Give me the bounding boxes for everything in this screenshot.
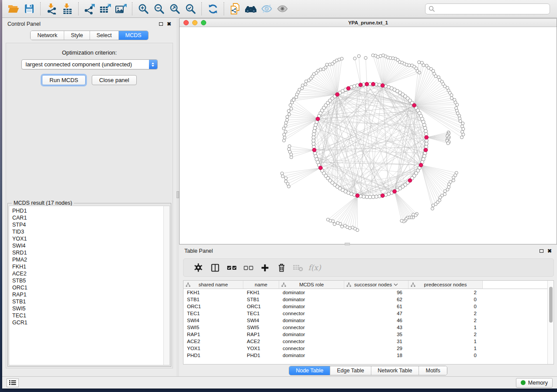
- tab-select[interactable]: Select: [90, 31, 118, 40]
- copy-network-icon[interactable]: [227, 2, 243, 16]
- mcds-result-item[interactable]: STP4: [9, 221, 163, 228]
- first-neighbors-icon[interactable]: [243, 2, 259, 16]
- export-table-icon[interactable]: [97, 2, 113, 16]
- add-column-icon[interactable]: [256, 261, 273, 275]
- mcds-list-scrollbar[interactable]: [163, 206, 170, 365]
- close-table-panel-icon[interactable]: ✖: [547, 248, 552, 254]
- zoom-out-icon[interactable]: [151, 2, 167, 16]
- float-panel-icon[interactable]: [159, 22, 163, 26]
- memory-button[interactable]: Memory: [516, 378, 553, 388]
- column-header-predecessor-nodes[interactable]: predecessor nodes: [408, 281, 483, 289]
- table-cell: SWI5: [183, 325, 243, 330]
- tab-node-table[interactable]: Node Table: [289, 366, 330, 375]
- delete-column-trash-icon[interactable]: [273, 261, 290, 275]
- export-network-icon[interactable]: [82, 2, 97, 16]
- open-file-icon[interactable]: [6, 2, 21, 16]
- hide-selected-icon[interactable]: [259, 2, 274, 16]
- mcds-result-item[interactable]: PMA2: [9, 256, 163, 263]
- run-mcds-button[interactable]: Run MCDS: [42, 75, 86, 85]
- table-row[interactable]: PHD1PHD1dominator180: [183, 352, 547, 359]
- mcds-result-item[interactable]: STB5: [9, 277, 163, 284]
- toolbar-separator: [201, 2, 202, 15]
- table-cell: dominator: [279, 297, 344, 302]
- table-cell: 47: [344, 311, 408, 316]
- save-session-icon[interactable]: [21, 2, 37, 16]
- mcds-result-item[interactable]: PHD1: [9, 207, 163, 214]
- desktop-wallpaper: Control Panel ✖ Network Style Select MCD…: [0, 0, 557, 392]
- close-panel-icon[interactable]: ✖: [167, 21, 171, 27]
- tab-network[interactable]: Network: [31, 31, 64, 40]
- attribute-type-icon: [186, 282, 190, 287]
- mcds-result-item[interactable]: ACE2: [9, 270, 163, 277]
- zoom-fit-icon[interactable]: [167, 2, 183, 16]
- mcds-result-item[interactable]: CAR1: [9, 214, 163, 221]
- mcds-result-item[interactable]: TID3: [9, 228, 163, 235]
- toolbar-separator: [40, 2, 41, 15]
- optimization-criterion-select[interactable]: largest connected component (undirected): [21, 59, 158, 69]
- tab-style[interactable]: Style: [64, 31, 90, 40]
- table-row[interactable]: RAP1RAP1dominator352: [183, 331, 547, 338]
- mcds-result-item[interactable]: ORC1: [9, 284, 163, 291]
- table-cell: FKH1: [243, 290, 279, 295]
- table-row[interactable]: STB1STB1dominator620: [183, 296, 547, 303]
- select-all-rows-icon[interactable]: [223, 261, 240, 275]
- mcds-result-item[interactable]: SWI4: [9, 242, 163, 249]
- table-row[interactable]: SWI4SWI4dominator462: [183, 317, 547, 324]
- tab-network-table[interactable]: Network Table: [371, 366, 419, 375]
- table-row[interactable]: ACE2ACE2connector311: [183, 338, 547, 345]
- mcds-result-item[interactable]: SRD1: [9, 249, 163, 256]
- tab-edge-table[interactable]: Edge Table: [330, 366, 370, 375]
- search-icon: [429, 6, 435, 12]
- table-cell: YOX1: [183, 346, 243, 351]
- table-row[interactable]: SWI5SWI5connector431: [183, 324, 547, 331]
- zoom-selected-icon[interactable]: [183, 2, 198, 16]
- close-panel-button[interactable]: Close panel: [92, 75, 137, 85]
- table-cell: 1: [408, 339, 483, 344]
- refresh-icon[interactable]: [205, 2, 221, 16]
- import-network-icon[interactable]: [44, 2, 59, 16]
- show-columns-icon[interactable]: [207, 261, 223, 275]
- attribute-type-icon: [346, 282, 351, 287]
- table-row[interactable]: YOX1YOX1connector291: [183, 345, 547, 352]
- mcds-result-item[interactable]: RAP1: [9, 291, 163, 298]
- mcds-result-item[interactable]: STB1: [9, 298, 163, 305]
- network-graph[interactable]: [180, 27, 557, 244]
- table-cell: 2: [408, 318, 483, 323]
- mcds-result-item[interactable]: SWI5: [9, 305, 163, 312]
- mcds-result-item[interactable]: GCR1: [9, 319, 163, 326]
- function-builder-icon[interactable]: f(x): [306, 261, 323, 275]
- mcds-result-item[interactable]: FKH1: [9, 263, 163, 270]
- tab-motifs[interactable]: Motifs: [419, 366, 446, 375]
- table-cell: SWI4: [243, 318, 279, 323]
- show-all-icon[interactable]: [274, 2, 290, 16]
- column-header-name[interactable]: name: [243, 281, 279, 289]
- network-view-canvas[interactable]: [180, 27, 557, 244]
- table-row[interactable]: TEC1TEC1connector472: [183, 310, 547, 317]
- table-cell: ACE2: [183, 339, 243, 344]
- network-window-titlebar[interactable]: YPA_prune.txt_1: [180, 19, 557, 27]
- column-header-mcds-role[interactable]: MCDS role: [279, 281, 344, 289]
- table-row[interactable]: FKH1FKH1dominator962: [183, 289, 547, 296]
- table-scrollbar-thumb[interactable]: [549, 287, 553, 323]
- table-row[interactable]: ORC1ORC1dominator610: [183, 303, 547, 310]
- optimization-criterion-value: largest connected component (undirected): [22, 61, 149, 68]
- app-window: Control Panel ✖ Network Style Select MCD…: [2, 0, 557, 389]
- table-settings-gear-icon[interactable]: [190, 261, 207, 275]
- export-image-icon[interactable]: [113, 2, 129, 16]
- mcds-result-item[interactable]: YOX1: [9, 235, 163, 242]
- tab-mcds[interactable]: MCDS: [118, 31, 148, 40]
- table-scrollbar[interactable]: [547, 281, 554, 364]
- import-table-icon[interactable]: [59, 2, 75, 16]
- task-history-button[interactable]: [7, 378, 19, 387]
- search-input[interactable]: [437, 6, 547, 12]
- table-cell: 0: [408, 297, 483, 302]
- float-table-panel-icon[interactable]: [540, 249, 543, 253]
- delete-table-icon[interactable]: [290, 261, 306, 275]
- mcds-result-item[interactable]: TEC1: [9, 312, 163, 319]
- column-header-shared-name[interactable]: shared name: [183, 281, 243, 289]
- deselect-all-rows-icon[interactable]: [240, 261, 256, 275]
- control-panel-title: Control Panel: [7, 21, 41, 27]
- network-search[interactable]: [425, 3, 550, 14]
- zoom-in-icon[interactable]: [135, 2, 151, 16]
- column-header-successor-nodes[interactable]: successor nodes: [344, 281, 408, 289]
